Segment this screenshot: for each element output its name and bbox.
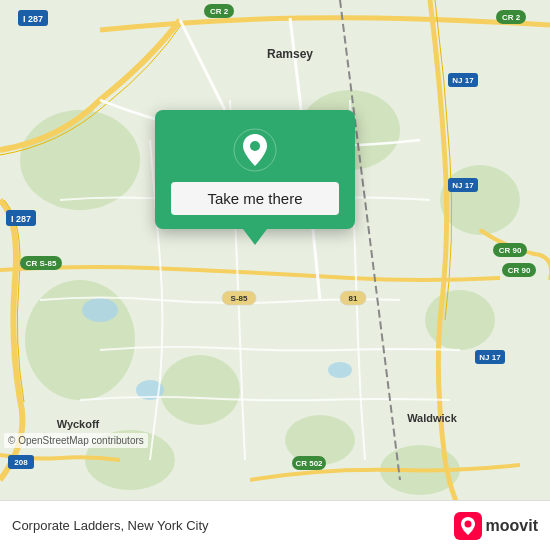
svg-text:CR 90: CR 90 <box>499 246 522 255</box>
moovit-logo: moovit <box>454 512 538 540</box>
svg-point-10 <box>82 298 118 322</box>
svg-text:CR 2: CR 2 <box>502 13 521 22</box>
svg-text:NJ 17: NJ 17 <box>452 181 474 190</box>
moovit-wordmark: moovit <box>486 517 538 535</box>
svg-text:I 287: I 287 <box>23 14 43 24</box>
osm-attribution: © OpenStreetMap contributors <box>4 433 148 448</box>
take-me-there-button[interactable]: Take me there <box>171 182 339 215</box>
svg-point-12 <box>328 362 352 378</box>
map-container: I 287 CR 2 CR 2 NJ 17 NJ 17 I 287 CR S-8… <box>0 0 550 500</box>
svg-text:CR 502: CR 502 <box>295 459 323 468</box>
svg-point-1 <box>20 110 140 210</box>
svg-point-6 <box>425 290 495 350</box>
svg-point-47 <box>464 520 471 527</box>
svg-text:81: 81 <box>349 294 358 303</box>
svg-point-45 <box>250 141 260 151</box>
svg-text:Wyckoff: Wyckoff <box>57 418 100 430</box>
svg-text:CR 2: CR 2 <box>210 7 229 16</box>
svg-text:208: 208 <box>14 458 28 467</box>
svg-text:I 287: I 287 <box>11 214 31 224</box>
moovit-icon <box>454 512 482 540</box>
svg-text:NJ 17: NJ 17 <box>479 353 501 362</box>
bottom-bar: Corporate Ladders, New York City moovit <box>0 500 550 550</box>
svg-text:CR S-85: CR S-85 <box>26 259 57 268</box>
svg-text:S-85: S-85 <box>231 294 248 303</box>
svg-text:Ramsey: Ramsey <box>267 47 313 61</box>
location-pin-icon <box>233 128 277 172</box>
svg-point-3 <box>160 355 240 425</box>
svg-text:NJ 17: NJ 17 <box>452 76 474 85</box>
svg-text:Waldwick: Waldwick <box>407 412 458 424</box>
popup-card: Take me there <box>155 110 355 229</box>
svg-text:CR 90: CR 90 <box>508 266 531 275</box>
location-label: Corporate Ladders, New York City <box>12 518 209 533</box>
